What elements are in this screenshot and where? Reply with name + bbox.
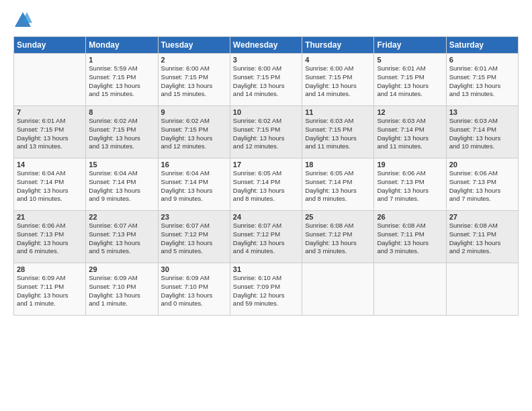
day-number: 26: [377, 213, 443, 221]
day-info: Sunrise: 6:02 AM Sunset: 7:15 PM Dayligh…: [89, 117, 154, 151]
calendar-cell: 5Sunrise: 6:01 AM Sunset: 7:15 PM Daylig…: [374, 54, 446, 106]
calendar-cell: 9Sunrise: 6:02 AM Sunset: 7:15 PM Daylig…: [158, 106, 230, 158]
calendar-cell: [14, 54, 86, 106]
day-info: Sunrise: 6:07 AM Sunset: 7:12 PM Dayligh…: [161, 222, 227, 256]
header-saturday: Saturday: [446, 37, 518, 54]
calendar-page: SundayMondayTuesdayWednesdayThursdayFrid…: [0, 0, 532, 411]
calendar-cell: 19Sunrise: 6:06 AM Sunset: 7:13 PM Dayli…: [374, 158, 446, 211]
header-monday: Monday: [86, 37, 158, 54]
week-row-2: 7Sunrise: 6:01 AM Sunset: 7:15 PM Daylig…: [14, 106, 519, 158]
day-number: 22: [89, 213, 154, 221]
calendar-cell: 27Sunrise: 6:08 AM Sunset: 7:11 PM Dayli…: [446, 211, 518, 263]
day-number: 23: [161, 213, 227, 221]
day-number: 7: [17, 108, 83, 116]
day-info: Sunrise: 6:01 AM Sunset: 7:15 PM Dayligh…: [449, 64, 515, 99]
day-info: Sunrise: 6:00 AM Sunset: 7:15 PM Dayligh…: [233, 64, 299, 99]
day-info: Sunrise: 6:04 AM Sunset: 7:14 PM Dayligh…: [89, 169, 154, 203]
day-info: Sunrise: 6:01 AM Sunset: 7:15 PM Dayligh…: [377, 64, 443, 99]
day-number: 15: [89, 161, 154, 169]
day-info: Sunrise: 6:03 AM Sunset: 7:14 PM Dayligh…: [449, 117, 515, 151]
day-number: 3: [233, 56, 299, 64]
header-sunday: Sunday: [14, 37, 86, 54]
calendar-cell: 10Sunrise: 6:02 AM Sunset: 7:15 PM Dayli…: [230, 106, 302, 158]
calendar-cell: 12Sunrise: 6:03 AM Sunset: 7:14 PM Dayli…: [374, 106, 446, 158]
day-number: 11: [305, 108, 371, 116]
day-info: Sunrise: 6:06 AM Sunset: 7:13 PM Dayligh…: [17, 222, 83, 256]
week-row-4: 21Sunrise: 6:06 AM Sunset: 7:13 PM Dayli…: [14, 211, 519, 263]
week-row-1: 1Sunrise: 5:59 AM Sunset: 7:15 PM Daylig…: [14, 54, 519, 106]
calendar-cell: [374, 263, 446, 316]
day-number: 10: [233, 108, 299, 116]
day-number: 27: [449, 213, 515, 221]
header-wednesday: Wednesday: [230, 37, 302, 54]
day-number: 20: [449, 161, 515, 169]
calendar-cell: [446, 263, 518, 316]
day-info: Sunrise: 6:00 AM Sunset: 7:15 PM Dayligh…: [305, 64, 371, 99]
day-info: Sunrise: 6:06 AM Sunset: 7:13 PM Dayligh…: [449, 169, 515, 203]
calendar-cell: 16Sunrise: 6:04 AM Sunset: 7:14 PM Dayli…: [158, 158, 230, 211]
day-info: Sunrise: 6:06 AM Sunset: 7:13 PM Dayligh…: [377, 169, 443, 203]
day-info: Sunrise: 6:05 AM Sunset: 7:14 PM Dayligh…: [305, 169, 371, 203]
calendar-cell: 28Sunrise: 6:09 AM Sunset: 7:11 PM Dayli…: [14, 263, 86, 316]
header-tuesday: Tuesday: [158, 37, 230, 54]
day-number: 24: [233, 213, 299, 221]
day-info: Sunrise: 6:07 AM Sunset: 7:13 PM Dayligh…: [89, 222, 154, 256]
day-info: Sunrise: 6:08 AM Sunset: 7:11 PM Dayligh…: [449, 222, 515, 256]
calendar-cell: 2Sunrise: 6:00 AM Sunset: 7:15 PM Daylig…: [158, 54, 230, 106]
day-info: Sunrise: 6:03 AM Sunset: 7:15 PM Dayligh…: [305, 117, 371, 151]
calendar-cell: 18Sunrise: 6:05 AM Sunset: 7:14 PM Dayli…: [302, 158, 374, 211]
day-number: 19: [377, 161, 443, 169]
day-info: Sunrise: 6:09 AM Sunset: 7:11 PM Dayligh…: [17, 274, 83, 308]
day-number: 1: [89, 56, 154, 64]
day-info: Sunrise: 6:01 AM Sunset: 7:15 PM Dayligh…: [17, 117, 83, 151]
day-info: Sunrise: 6:03 AM Sunset: 7:14 PM Dayligh…: [377, 117, 443, 151]
calendar-cell: 30Sunrise: 6:09 AM Sunset: 7:10 PM Dayli…: [158, 263, 230, 316]
day-number: 18: [305, 161, 371, 169]
week-row-5: 28Sunrise: 6:09 AM Sunset: 7:11 PM Dayli…: [14, 263, 519, 316]
calendar-cell: 17Sunrise: 6:05 AM Sunset: 7:14 PM Dayli…: [230, 158, 302, 211]
calendar-cell: 15Sunrise: 6:04 AM Sunset: 7:14 PM Dayli…: [86, 158, 158, 211]
calendar-table: SundayMondayTuesdayWednesdayThursdayFrid…: [13, 36, 519, 316]
calendar-cell: 8Sunrise: 6:02 AM Sunset: 7:15 PM Daylig…: [86, 106, 158, 158]
day-number: 25: [305, 213, 371, 221]
day-number: 31: [233, 265, 299, 273]
logo-icon: [13, 11, 32, 30]
day-info: Sunrise: 6:04 AM Sunset: 7:14 PM Dayligh…: [161, 169, 227, 203]
calendar-cell: 7Sunrise: 6:01 AM Sunset: 7:15 PM Daylig…: [14, 106, 86, 158]
day-number: 16: [161, 161, 227, 169]
day-number: 14: [17, 161, 83, 169]
header-friday: Friday: [374, 37, 446, 54]
calendar-cell: 26Sunrise: 6:08 AM Sunset: 7:11 PM Dayli…: [374, 211, 446, 263]
day-number: 6: [449, 56, 515, 64]
day-info: Sunrise: 6:00 AM Sunset: 7:15 PM Dayligh…: [161, 64, 227, 99]
day-info: Sunrise: 6:05 AM Sunset: 7:14 PM Dayligh…: [233, 169, 299, 203]
calendar-cell: [302, 263, 374, 316]
day-info: Sunrise: 5:59 AM Sunset: 7:15 PM Dayligh…: [89, 64, 154, 99]
day-info: Sunrise: 6:09 AM Sunset: 7:10 PM Dayligh…: [161, 274, 227, 308]
calendar-cell: 6Sunrise: 6:01 AM Sunset: 7:15 PM Daylig…: [446, 54, 518, 106]
day-info: Sunrise: 6:07 AM Sunset: 7:12 PM Dayligh…: [233, 222, 299, 256]
day-number: 9: [161, 108, 227, 116]
day-number: 8: [89, 108, 154, 116]
day-number: 17: [233, 161, 299, 169]
calendar-cell: 3Sunrise: 6:00 AM Sunset: 7:15 PM Daylig…: [230, 54, 302, 106]
header: [13, 11, 519, 30]
calendar-cell: 29Sunrise: 6:09 AM Sunset: 7:10 PM Dayli…: [86, 263, 158, 316]
calendar-cell: 23Sunrise: 6:07 AM Sunset: 7:12 PM Dayli…: [158, 211, 230, 263]
calendar-cell: 14Sunrise: 6:04 AM Sunset: 7:14 PM Dayli…: [14, 158, 86, 211]
day-number: 30: [161, 265, 227, 273]
calendar-cell: 21Sunrise: 6:06 AM Sunset: 7:13 PM Dayli…: [14, 211, 86, 263]
day-number: 12: [377, 108, 443, 116]
calendar-cell: 20Sunrise: 6:06 AM Sunset: 7:13 PM Dayli…: [446, 158, 518, 211]
calendar-cell: 24Sunrise: 6:07 AM Sunset: 7:12 PM Dayli…: [230, 211, 302, 263]
day-info: Sunrise: 6:02 AM Sunset: 7:15 PM Dayligh…: [233, 117, 299, 151]
calendar-cell: 4Sunrise: 6:00 AM Sunset: 7:15 PM Daylig…: [302, 54, 374, 106]
day-info: Sunrise: 6:09 AM Sunset: 7:10 PM Dayligh…: [89, 274, 154, 308]
day-number: 21: [17, 213, 83, 221]
day-info: Sunrise: 6:02 AM Sunset: 7:15 PM Dayligh…: [161, 117, 227, 151]
header-row: SundayMondayTuesdayWednesdayThursdayFrid…: [14, 37, 519, 54]
calendar-cell: 11Sunrise: 6:03 AM Sunset: 7:15 PM Dayli…: [302, 106, 374, 158]
logo: [13, 11, 36, 30]
day-number: 5: [377, 56, 443, 64]
day-info: Sunrise: 6:04 AM Sunset: 7:14 PM Dayligh…: [17, 169, 83, 203]
